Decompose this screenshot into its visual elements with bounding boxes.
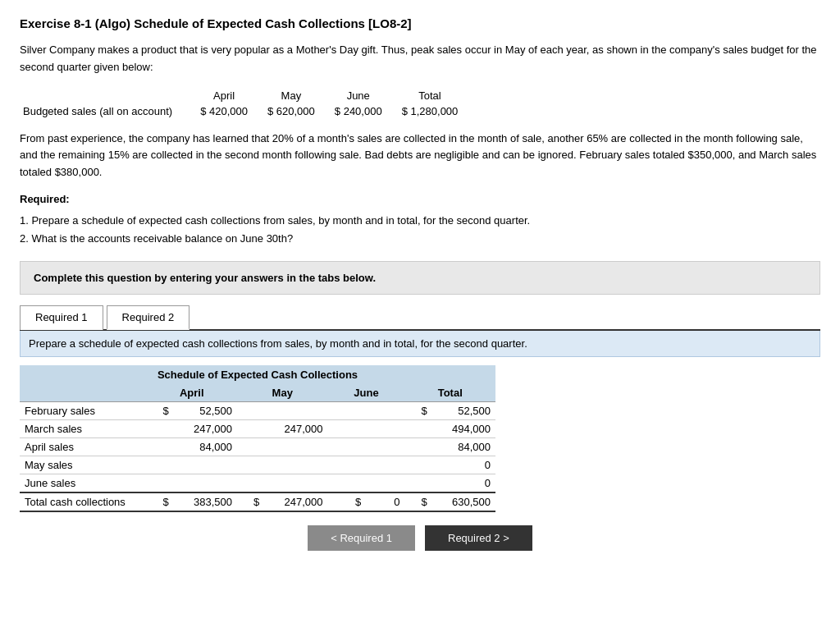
input-may-may[interactable] (266, 459, 323, 471)
input-feb-june[interactable] (342, 405, 399, 417)
tab-required-1[interactable]: Required 1 (20, 305, 103, 330)
description-2: From past experience, the company has le… (20, 131, 820, 181)
row-jun-june (328, 474, 405, 493)
input-total-may[interactable] (266, 496, 323, 508)
total-may: $ (237, 492, 328, 511)
table-row: March sales (20, 420, 495, 438)
row-may-may (237, 456, 328, 474)
input-apr-may[interactable] (266, 441, 323, 453)
row-mar-april (146, 420, 237, 438)
schedule-col-june: June (328, 384, 405, 402)
exercise-title: Exercise 8-1 (Algo) Schedule of Expected… (20, 16, 820, 30)
row-feb-total: $ (404, 402, 495, 420)
budget-val-total: $ 1,280,000 (399, 103, 475, 119)
prev-button[interactable]: < Required 1 (308, 525, 415, 551)
input-feb-april[interactable] (175, 405, 232, 417)
input-mar-total[interactable] (433, 423, 491, 435)
input-total-april[interactable] (175, 496, 232, 508)
row-apr-may (237, 438, 328, 456)
total-total: $ (404, 492, 495, 511)
dollar-feb-total: $ (422, 405, 427, 417)
schedule-title: Schedule of Expected Cash Collections (20, 365, 495, 384)
input-may-april[interactable] (175, 459, 232, 471)
table-row: June sales (20, 474, 495, 493)
required-items: 1. Prepare a schedule of expected cash c… (20, 212, 820, 248)
budget-col-june: June (331, 88, 399, 103)
schedule-col-empty (20, 384, 146, 402)
dollar-total-may: $ (253, 496, 259, 508)
row-may-april (146, 456, 237, 474)
row-label-jun: June sales (20, 474, 146, 493)
row-jun-may (237, 474, 328, 493)
budget-col-may: May (264, 88, 331, 103)
budget-row-label: Budgeted sales (all on account) (20, 103, 197, 119)
budget-col-april: April (197, 88, 264, 103)
dollar-feb-april: $ (163, 405, 169, 417)
table-row-total: Total cash collections $ $ $ $ (20, 492, 495, 511)
input-jun-total[interactable] (433, 477, 491, 489)
input-total-june[interactable] (367, 496, 399, 508)
total-april: $ (146, 492, 237, 511)
input-mar-june[interactable] (342, 423, 399, 435)
budget-val-may: $ 620,000 (264, 103, 331, 119)
input-feb-may[interactable] (266, 405, 323, 417)
row-may-june (328, 456, 405, 474)
table-row: February sales $ $ (20, 402, 495, 420)
next-button[interactable]: Required 2 > (425, 525, 532, 551)
schedule-title-row: Schedule of Expected Cash Collections (20, 365, 495, 384)
schedule-col-total: Total (404, 384, 495, 402)
row-feb-june (328, 402, 405, 420)
total-label: Total cash collections (20, 492, 146, 511)
row-label-may: May sales (20, 456, 146, 474)
total-june: $ (328, 492, 405, 511)
row-apr-total (404, 438, 495, 456)
row-jun-april (146, 474, 237, 493)
row-apr-june (328, 438, 405, 456)
required-item-1: 1. Prepare a schedule of expected cash c… (20, 212, 820, 230)
input-mar-may[interactable] (266, 423, 323, 435)
schedule-table: Schedule of Expected Cash Collections Ap… (20, 365, 495, 512)
budget-val-april: $ 420,000 (197, 103, 264, 119)
required-label: Required: (20, 193, 820, 205)
tabs-row: Required 1 Required 2 (20, 305, 820, 331)
input-jun-june[interactable] (342, 477, 399, 489)
dollar-total-june: $ (355, 496, 361, 508)
dollar-total-total: $ (422, 496, 427, 508)
row-apr-april (146, 438, 237, 456)
input-may-total[interactable] (433, 459, 491, 471)
input-apr-june[interactable] (342, 441, 399, 453)
row-mar-june (328, 420, 405, 438)
tab-content-header: Prepare a schedule of expected cash coll… (20, 331, 820, 357)
row-mar-total (404, 420, 495, 438)
input-feb-total[interactable] (433, 405, 491, 417)
complete-instruction: Complete this question by entering your … (20, 261, 820, 295)
nav-buttons: < Required 1 Required 2 > (20, 525, 820, 551)
schedule-container: Schedule of Expected Cash Collections Ap… (20, 365, 495, 512)
row-may-total (404, 456, 495, 474)
input-apr-total[interactable] (433, 441, 491, 453)
input-may-june[interactable] (342, 459, 399, 471)
row-label-mar: March sales (20, 420, 146, 438)
budget-val-june: $ 240,000 (331, 103, 399, 119)
row-mar-may (237, 420, 328, 438)
required-item-2: 2. What is the accounts receivable balan… (20, 230, 820, 248)
row-label-apr: April sales (20, 438, 146, 456)
budget-col-total: Total (399, 88, 475, 103)
dollar-total-april: $ (163, 496, 169, 508)
description-1: Silver Company makes a product that is v… (20, 42, 820, 76)
input-jun-may[interactable] (266, 477, 323, 489)
budget-table: April May June Total Budgeted sales (all… (20, 88, 474, 119)
input-jun-april[interactable] (175, 477, 232, 489)
row-jun-total (404, 474, 495, 493)
schedule-col-header-row: April May June Total (20, 384, 495, 402)
table-row: May sales (20, 456, 495, 474)
input-mar-april[interactable] (175, 423, 232, 435)
tab-required-2[interactable]: Required 2 (107, 305, 190, 330)
input-total-total[interactable] (433, 496, 491, 508)
row-label-feb: February sales (20, 402, 146, 420)
row-feb-may (237, 402, 328, 420)
schedule-col-april: April (146, 384, 237, 402)
table-row: April sales (20, 438, 495, 456)
input-apr-april[interactable] (175, 441, 232, 453)
schedule-col-may: May (237, 384, 328, 402)
